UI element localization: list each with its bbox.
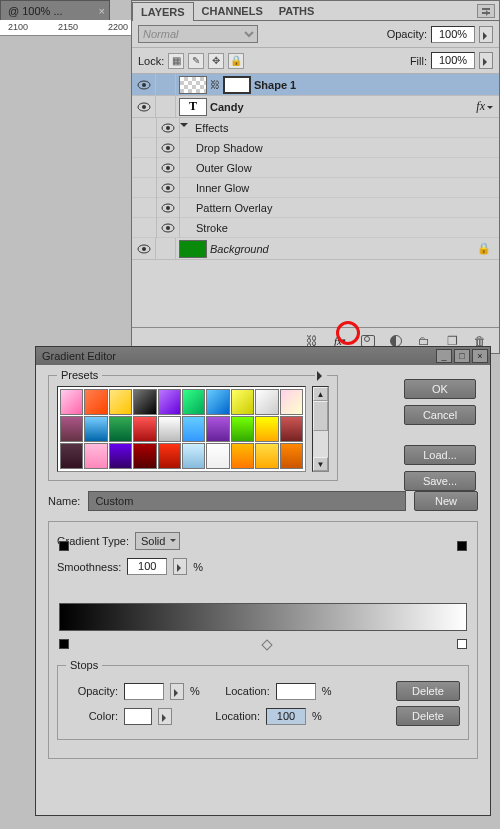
swatch[interactable] xyxy=(182,389,205,415)
tab-layers[interactable]: LAYERS xyxy=(132,2,194,21)
scroll-thumb[interactable] xyxy=(313,401,328,431)
opacity-flyout-icon[interactable] xyxy=(479,26,493,43)
swatch[interactable] xyxy=(255,389,278,415)
scroll-down-icon[interactable]: ▼ xyxy=(313,457,328,471)
swatch[interactable] xyxy=(231,389,254,415)
layer-row-shape1[interactable]: ⛓ Shape 1 xyxy=(132,74,499,96)
visibility-icon[interactable] xyxy=(156,198,180,218)
swatch[interactable] xyxy=(182,416,205,442)
tab-paths[interactable]: PATHS xyxy=(271,2,323,20)
text-layer-thumb[interactable]: T xyxy=(179,98,207,116)
midpoint-stop[interactable] xyxy=(261,639,272,650)
swatch[interactable] xyxy=(255,416,278,442)
swatch[interactable] xyxy=(133,416,156,442)
visibility-icon[interactable] xyxy=(156,178,180,198)
swatch[interactable] xyxy=(133,389,156,415)
close-icon[interactable]: × xyxy=(99,5,105,17)
visibility-icon[interactable] xyxy=(156,158,180,178)
swatch[interactable] xyxy=(231,443,254,469)
layer-row-background[interactable]: Background 🔒 xyxy=(132,238,499,260)
swatch[interactable] xyxy=(206,416,229,442)
delete-opacity-stop-button[interactable]: Delete xyxy=(396,681,460,701)
swatch[interactable] xyxy=(280,416,303,442)
vector-mask-thumb[interactable] xyxy=(223,76,251,94)
swatch[interactable] xyxy=(158,389,181,415)
swatch[interactable] xyxy=(133,443,156,469)
swatch[interactable] xyxy=(60,416,83,442)
lock-pixels-icon[interactable]: ✎ xyxy=(188,53,204,69)
save-button[interactable]: Save... xyxy=(404,471,476,491)
effect-row[interactable]: Drop Shadow xyxy=(132,138,499,158)
swatch[interactable] xyxy=(255,443,278,469)
color-flyout-icon[interactable] xyxy=(158,708,172,725)
presets-menu-icon[interactable] xyxy=(315,370,327,382)
color-well[interactable] xyxy=(124,708,152,725)
color-stop-left[interactable] xyxy=(59,639,69,649)
visibility-icon[interactable] xyxy=(156,118,180,138)
swatch[interactable] xyxy=(84,389,107,415)
swatch[interactable] xyxy=(84,443,107,469)
fx-badge[interactable]: fx xyxy=(476,99,493,114)
swatch[interactable] xyxy=(109,416,132,442)
swatch[interactable] xyxy=(158,416,181,442)
color-location-field[interactable]: 100 xyxy=(266,708,306,725)
swatch[interactable] xyxy=(60,443,83,469)
cancel-button[interactable]: Cancel xyxy=(404,405,476,425)
layer-name[interactable]: Background xyxy=(210,243,269,255)
close-icon[interactable]: × xyxy=(472,349,488,363)
opacity-stop-right[interactable] xyxy=(457,541,467,551)
swatch[interactable] xyxy=(158,443,181,469)
delete-color-stop-button[interactable]: Delete xyxy=(396,706,460,726)
opacity-location-field[interactable] xyxy=(276,683,316,700)
lock-position-icon[interactable]: ✥ xyxy=(208,53,224,69)
fill-flyout-icon[interactable] xyxy=(479,52,493,69)
fill-field[interactable]: 100% xyxy=(431,52,475,69)
load-button[interactable]: Load... xyxy=(404,445,476,465)
swatch[interactable] xyxy=(109,443,132,469)
document-tab[interactable]: @ 100% ... × xyxy=(0,0,110,20)
layer-row-candy[interactable]: T Candy fx xyxy=(132,96,499,118)
layer-thumb[interactable] xyxy=(179,76,207,94)
opacity-field[interactable]: 100% xyxy=(431,26,475,43)
name-field[interactable]: Custom xyxy=(88,491,406,511)
swatch[interactable] xyxy=(280,389,303,415)
panel-menu-icon[interactable] xyxy=(477,4,495,18)
swatch[interactable] xyxy=(280,443,303,469)
swatch[interactable] xyxy=(84,416,107,442)
effect-row[interactable]: Outer Glow xyxy=(132,158,499,178)
smoothness-flyout-icon[interactable] xyxy=(173,558,187,575)
twist-down-icon[interactable] xyxy=(180,123,190,133)
layer-name[interactable]: Candy xyxy=(210,101,244,113)
maximize-icon[interactable]: □ xyxy=(454,349,470,363)
layer-thumb[interactable] xyxy=(179,240,207,258)
color-stop-right[interactable] xyxy=(457,639,467,649)
ok-button[interactable]: OK xyxy=(404,379,476,399)
opacity-stop-field[interactable] xyxy=(124,683,164,700)
swatch[interactable] xyxy=(182,443,205,469)
effect-row[interactable]: Pattern Overlay xyxy=(132,198,499,218)
swatch[interactable] xyxy=(231,416,254,442)
blend-mode-select[interactable]: Normal xyxy=(138,25,258,43)
swatch[interactable] xyxy=(206,443,229,469)
scroll-up-icon[interactable]: ▲ xyxy=(313,387,328,401)
effects-header-row[interactable]: Effects xyxy=(132,118,499,138)
visibility-icon[interactable] xyxy=(132,74,156,95)
visibility-icon[interactable] xyxy=(156,218,180,238)
smoothness-field[interactable]: 100 xyxy=(127,558,167,575)
dialog-titlebar[interactable]: Gradient Editor _ □ × xyxy=(36,347,490,365)
opacity-flyout-icon[interactable] xyxy=(170,683,184,700)
swatch[interactable] xyxy=(60,389,83,415)
layer-name[interactable]: Shape 1 xyxy=(254,79,296,91)
visibility-icon[interactable] xyxy=(132,238,156,259)
gradient-bar[interactable] xyxy=(59,603,467,631)
effect-row[interactable]: Inner Glow xyxy=(132,178,499,198)
minimize-icon[interactable]: _ xyxy=(436,349,452,363)
swatch[interactable] xyxy=(206,389,229,415)
gradient-type-select[interactable]: Solid xyxy=(135,532,180,550)
scrollbar[interactable]: ▲ ▼ xyxy=(312,386,329,472)
tab-channels[interactable]: CHANNELS xyxy=(194,2,271,20)
new-button[interactable]: New xyxy=(414,491,478,511)
effect-row[interactable]: Stroke xyxy=(132,218,499,238)
lock-transparent-icon[interactable]: ▦ xyxy=(168,53,184,69)
swatch[interactable] xyxy=(109,389,132,415)
